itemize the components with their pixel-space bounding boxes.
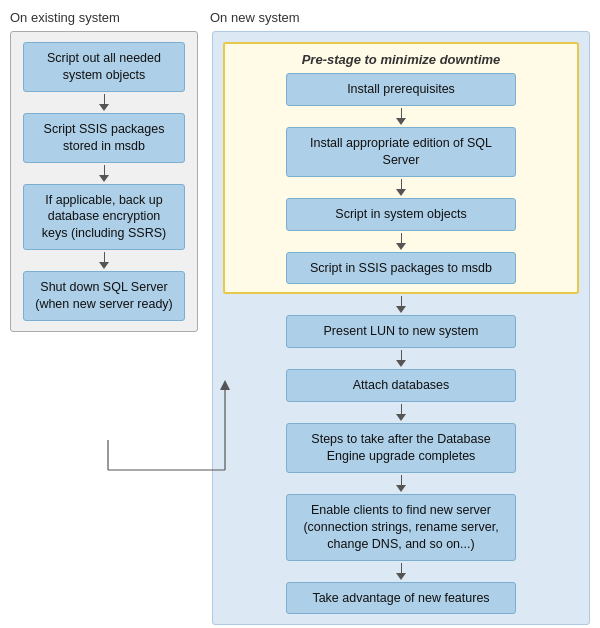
r-arrow-3 [396,404,406,421]
r-arrow-2 [396,350,406,367]
right-step-4: Enable clients to find new server (conne… [286,494,516,561]
left-panel-border: Script out all needed system objects Scr… [10,31,198,332]
prestage-step-2: Install appropriate edition of SQL Serve… [286,127,516,177]
right-panel-border: Pre-stage to minimize downtime Install p… [212,31,590,625]
left-step-4: Shut down SQL Server (when new server re… [23,271,185,321]
left-step-3: If applicable, back up database encrypti… [23,184,185,251]
r-arrow-5 [396,563,406,580]
left-step-1: Script out all needed system objects [23,42,185,92]
left-panel: Script out all needed system objects Scr… [10,31,198,332]
right-step-3: Steps to take after the Database Engine … [286,423,516,473]
r-arrow-4 [396,475,406,492]
prestage-title: Pre-stage to minimize downtime [302,52,501,67]
left-step-2: Script SSIS packages stored in msdb [23,113,185,163]
prestage-step-4: Script in SSIS packages to msdb [286,252,516,285]
prestage-box: Pre-stage to minimize downtime Install p… [223,42,579,294]
prestage-step-1: Install prerequisites [286,73,516,106]
ps-arrow-3 [396,233,406,250]
diagram-wrapper: On existing system On new system Script … [10,10,590,625]
right-step-5: Take advantage of new features [286,582,516,615]
prestage-step-3: Script in system objects [286,198,516,231]
labels-row: On existing system On new system [10,10,590,25]
r-arrow-1 [396,296,406,313]
arrow-2 [99,165,109,182]
ps-arrow-2 [396,179,406,196]
right-step-1: Present LUN to new system [286,315,516,348]
right-title: On new system [210,10,590,25]
ps-arrow-1 [396,108,406,125]
left-title: On existing system [10,10,210,25]
arrow-3 [99,252,109,269]
right-step-2: Attach databases [286,369,516,402]
right-panel: Pre-stage to minimize downtime Install p… [212,31,590,625]
arrow-1 [99,94,109,111]
